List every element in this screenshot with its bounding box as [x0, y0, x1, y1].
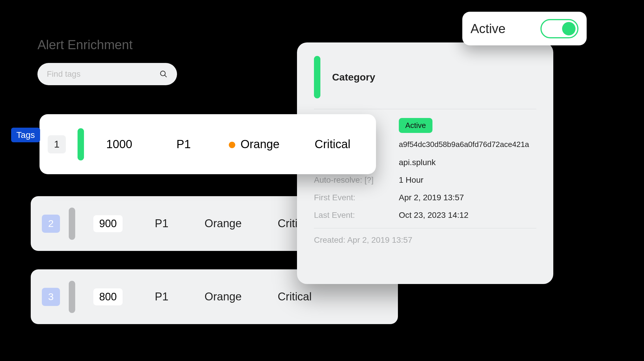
autoresolve-label: Auto-resolve: [?]: [314, 175, 399, 185]
row-index: 2: [42, 215, 60, 233]
row-index: 3: [42, 288, 60, 306]
row-score: 900: [93, 215, 123, 232]
search-box[interactable]: [37, 63, 177, 85]
svg-point-0: [161, 71, 165, 76]
divider: [314, 228, 536, 228]
row-priority: P1: [155, 290, 178, 303]
row-score: 1000: [106, 138, 144, 151]
status-bar-icon: [69, 208, 75, 240]
status-badge: Active: [399, 118, 432, 133]
page-title: Alert Enrichment: [37, 37, 133, 52]
toggle-knob-icon: [562, 22, 576, 35]
row-color: Orange: [229, 138, 279, 151]
tags-badge: Tags: [11, 128, 40, 142]
lastevent-label: Last Event:: [314, 211, 399, 220]
alert-row-selected[interactable]: 1 1000 P1 Orange Critical: [40, 114, 376, 174]
row-score: 800: [93, 288, 123, 305]
status-bar-icon: [314, 56, 320, 98]
active-toggle-card: Active: [462, 12, 587, 45]
id-value: api.splunk: [399, 158, 436, 167]
autoresolve-value: 1 Hour: [399, 175, 423, 185]
search-icon: [159, 70, 168, 78]
firstevent-value: Apr 2, 2019 13:57: [399, 193, 464, 202]
active-toggle[interactable]: [540, 19, 578, 38]
row-priority: P1: [155, 217, 178, 230]
dot-icon: [229, 142, 235, 148]
search-input[interactable]: [47, 69, 159, 79]
status-bar-icon: [69, 281, 75, 313]
row-index: 1: [48, 135, 66, 153]
divider: [314, 109, 536, 109]
row-color: Orange: [205, 290, 251, 303]
status-bar-icon: [78, 128, 84, 160]
lastevent-value: Oct 23, 2023 14:12: [399, 211, 468, 220]
svg-line-1: [165, 75, 167, 77]
row-severity: Critical: [278, 290, 313, 303]
created-label: Created: Apr 2, 2019 13:57: [314, 235, 536, 245]
active-label: Active: [470, 21, 506, 36]
row-severity: Critical: [315, 138, 350, 151]
row-color: Orange: [205, 217, 251, 230]
detail-heading: Category: [332, 71, 375, 83]
detail-hash: a9f54dc30d58b9a6a0fd76d72ace421a: [399, 140, 536, 149]
row-priority: P1: [176, 138, 191, 151]
firstevent-label: First Event:: [314, 193, 399, 202]
